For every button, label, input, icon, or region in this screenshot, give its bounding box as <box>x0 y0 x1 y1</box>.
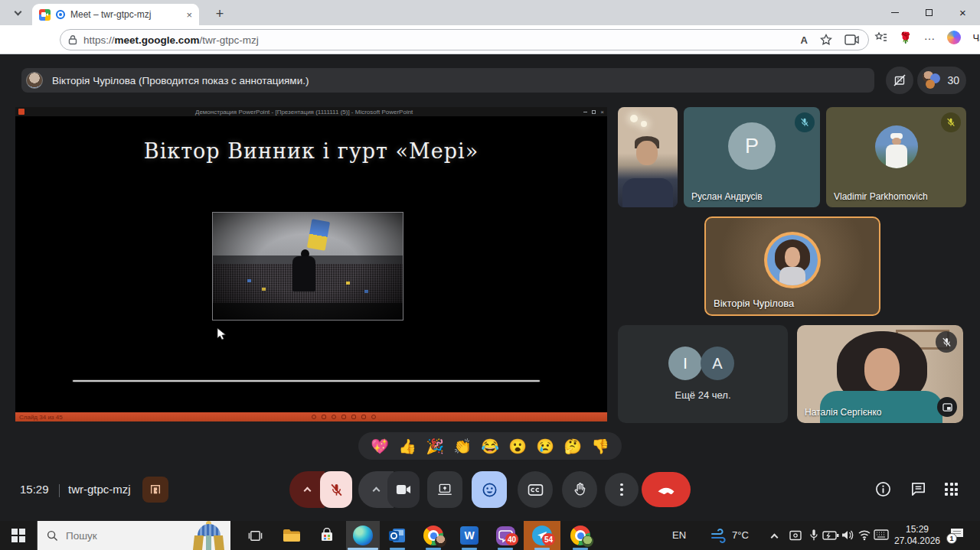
presenter-banner-text: Вікторія Чурілова (Проводится показ с ан… <box>52 75 309 86</box>
profile-avatar <box>582 535 593 547</box>
participant-tile-viktoria-speaking[interactable]: Вікторія Чурілова <box>704 216 880 316</box>
smiley-icon <box>482 482 498 498</box>
chat-button[interactable] <box>910 481 926 497</box>
camera-button[interactable] <box>387 471 420 508</box>
microphone-tray-icon[interactable] <box>808 528 820 542</box>
reaction-thumbs-down-button[interactable]: 👎 <box>591 439 609 454</box>
volume-icon[interactable] <box>841 529 854 542</box>
language-indicator[interactable]: EN <box>672 529 686 541</box>
minimize-button[interactable] <box>877 0 912 25</box>
reactions-button[interactable] <box>472 471 507 508</box>
chrome-profile2-button[interactable] <box>564 521 597 550</box>
tablet-mode-icon[interactable] <box>789 529 802 542</box>
rose-extension-icon[interactable]: 🌹 <box>899 31 912 44</box>
store-button[interactable] <box>311 521 343 550</box>
avatar-initial: I <box>683 355 688 373</box>
search-icon <box>47 530 58 542</box>
more-menu-icon[interactable]: … <box>923 29 936 42</box>
start-button[interactable] <box>0 521 37 550</box>
windows-logo-icon <box>11 529 25 542</box>
tab-search-button[interactable] <box>8 5 28 21</box>
active-tab[interactable]: Meet – twr-gtpc-mzj × <box>32 4 199 25</box>
telegram-badge: 54 <box>542 533 555 545</box>
notification-count-badge: 1 <box>946 533 957 544</box>
web-capture-icon[interactable] <box>844 34 859 45</box>
viber-badge: 40 <box>505 533 518 545</box>
restore-icon <box>592 110 596 114</box>
activities-button[interactable] <box>945 483 958 496</box>
taskbar-clock[interactable]: 15:29 27.04.2026 <box>890 524 944 547</box>
keyboard-icon[interactable] <box>874 529 889 540</box>
mute-button[interactable] <box>320 471 352 508</box>
windows-taskbar: W 40 54 EN 7°C <box>0 521 980 550</box>
search-highlight-graphic[interactable] <box>187 521 230 550</box>
pip-button[interactable] <box>937 397 957 417</box>
edge-button-active[interactable] <box>346 521 380 550</box>
self-video-tile[interactable] <box>618 107 678 207</box>
restore-button[interactable] <box>912 0 946 25</box>
viber-button[interactable]: 40 <box>488 521 522 550</box>
address-bar[interactable]: https://meet.google.com/twr-gtpc-mzj A <box>60 29 869 50</box>
present-button[interactable] <box>427 471 462 508</box>
favorites-star-icon[interactable] <box>820 34 832 46</box>
telegram-button-attention[interactable]: 54 <box>524 521 560 550</box>
chrome-profile1-button[interactable] <box>416 521 450 550</box>
meeting-info-button[interactable] <box>875 481 891 497</box>
restore-icon <box>926 9 933 16</box>
collections-icon[interactable] <box>874 31 887 44</box>
reaction-surprised-button[interactable]: 😮 <box>508 439 527 454</box>
reaction-party-button[interactable]: 🎉 <box>426 439 444 454</box>
overflow-participants-tile[interactable]: I A Ещё 24 чел. <box>618 325 788 423</box>
reaction-cry-button[interactable]: 😢 <box>536 439 554 454</box>
room-devices-off-button[interactable] <box>886 67 913 94</box>
tab-title: Meet – twr-gtpc-mzj <box>70 9 181 20</box>
video-vignette <box>213 213 403 320</box>
read-aloud-icon[interactable]: A <box>801 34 808 46</box>
outlook-button[interactable] <box>381 521 413 550</box>
file-explorer-button[interactable] <box>276 521 308 550</box>
meet-logo-icon <box>39 9 51 21</box>
new-tab-button[interactable]: + <box>210 4 230 24</box>
participant-tile-ruslan[interactable]: P Руслан Андрусів <box>684 107 820 207</box>
slide-video[interactable] <box>212 212 403 321</box>
captions-icon <box>528 483 544 496</box>
reaction-thumbs-up-button[interactable]: 👍 <box>398 439 416 454</box>
participants-button[interactable]: 30 <box>917 67 966 94</box>
avatar-torso <box>886 145 907 168</box>
weather-icon[interactable] <box>710 528 727 543</box>
temperature-label[interactable]: 7°C <box>732 529 749 541</box>
close-icon[interactable]: × <box>186 9 192 21</box>
end-call-button[interactable] <box>642 472 691 507</box>
slideshow-toolbar-icons[interactable] <box>312 415 604 419</box>
avatar-face <box>785 247 800 267</box>
info-icon <box>875 481 891 497</box>
notifications-button[interactable]: 1 <box>949 527 965 541</box>
word-button[interactable]: W <box>453 521 485 550</box>
task-view-button[interactable] <box>239 521 271 550</box>
chevron-up-icon <box>372 487 380 495</box>
participant-tile-vladimir[interactable]: Vladimir Parkhomovich <box>826 107 966 207</box>
meeting-room-button[interactable] <box>142 477 168 503</box>
raise-hand-button[interactable] <box>562 471 597 508</box>
minimize-icon <box>891 12 899 14</box>
participant-face <box>864 348 900 391</box>
search-input[interactable] <box>66 530 173 542</box>
captions-button[interactable] <box>518 471 553 508</box>
more-options-button[interactable] <box>605 473 639 506</box>
reaction-sparkling-heart-button[interactable]: 💖 <box>371 439 389 454</box>
presenter-avatar <box>26 72 43 89</box>
participant-tile-natalia[interactable]: Наталія Сергієнко <box>797 325 963 423</box>
reaction-clap-button[interactable]: 👏 <box>453 439 472 454</box>
reaction-joy-button[interactable]: 😂 <box>481 439 499 454</box>
door-icon <box>149 483 162 496</box>
word-letter: W <box>464 529 474 542</box>
more-vertical-icon <box>620 483 623 496</box>
close-window-button[interactable]: × <box>946 0 980 25</box>
wifi-icon[interactable] <box>858 529 871 541</box>
reaction-thinking-button[interactable]: 🤔 <box>564 439 582 454</box>
mic-off-icon <box>941 337 952 348</box>
copilot-label[interactable]: Чат <box>972 32 980 44</box>
copilot-icon[interactable] <box>947 31 961 44</box>
tray-expand-button[interactable] <box>772 532 777 540</box>
battery-icon[interactable] <box>822 530 839 541</box>
